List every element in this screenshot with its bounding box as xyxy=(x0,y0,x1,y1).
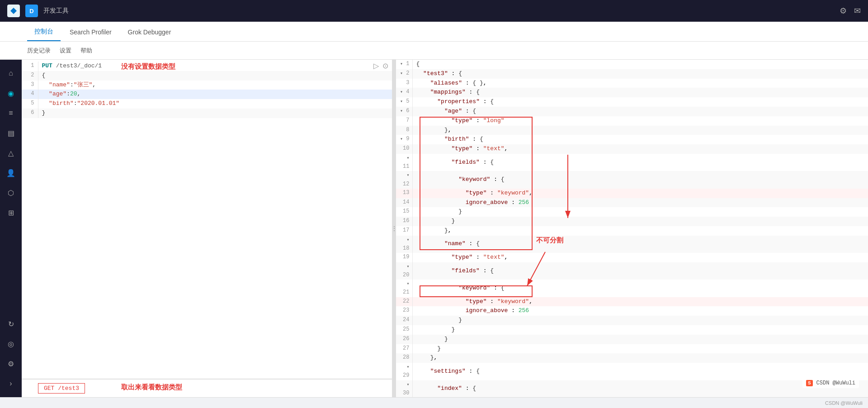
line-number: 6 xyxy=(22,109,38,118)
get-request-box[interactable]: GET /test3 xyxy=(38,383,85,394)
line-content[interactable]: { xyxy=(38,71,392,81)
json-content: "type" : "long" xyxy=(412,116,868,126)
tab-console[interactable]: 控制台 xyxy=(27,23,61,41)
copy-button[interactable]: ⊙ xyxy=(382,62,388,70)
json-line-2: ▾ 2 "test3" : { xyxy=(396,69,868,79)
line-num: 7 xyxy=(396,116,412,126)
line-num: 8 xyxy=(396,126,412,135)
json-content: "mappings" : { xyxy=(412,88,868,97)
sub-nav-help[interactable]: 帮助 xyxy=(80,47,92,55)
line-number: 2 xyxy=(22,71,38,81)
json-line-1: ▾ 1 { xyxy=(396,60,868,69)
sub-nav-settings[interactable]: 设置 xyxy=(60,47,71,55)
json-content: "aliases" : { }, xyxy=(412,79,868,88)
json-line-22: 22 "type" : "keyword", xyxy=(396,297,868,307)
get-request-line: GET /test3 xyxy=(22,383,392,394)
sidebar-icon-refresh[interactable]: ↻ xyxy=(3,316,19,332)
json-line-15: 15 } xyxy=(396,207,868,217)
line-num: 27 xyxy=(396,344,412,354)
json-line-4: ▾ 4 "mappings" : { xyxy=(396,88,868,97)
line-num: 17 xyxy=(396,226,412,236)
sidebar-icon-chart[interactable]: ≡ xyxy=(3,105,19,121)
line-num: 13 xyxy=(396,189,412,198)
nav-tabs: 控制台 Search Profiler Grok Debugger xyxy=(0,22,868,42)
sidebar-icon-wrench[interactable]: ⚙ xyxy=(3,356,19,372)
json-line-29: ▾ 29 "settings" : { xyxy=(396,363,868,380)
line-content[interactable]: "age":20, xyxy=(38,90,392,99)
json-line-13: 13 "type" : "keyword", xyxy=(396,189,868,198)
line-num: 28 xyxy=(396,353,412,363)
panel-resize-handle[interactable] xyxy=(392,60,396,397)
sidebar-icon-shield[interactable]: ⬡ xyxy=(3,185,19,201)
json-line-19: 19 "type" : "text", xyxy=(396,253,868,262)
json-line-8: 8 }, xyxy=(396,126,868,135)
line-num: ▾ 30 xyxy=(396,380,412,397)
sidebar-icon-search[interactable]: ◉ xyxy=(3,85,19,101)
line-num: 15 xyxy=(396,207,412,217)
json-content: ignore_above : 256 xyxy=(412,198,868,208)
json-content: "keyword" : { xyxy=(412,280,868,297)
json-line-26: 26 } xyxy=(396,335,868,344)
sidebar-icon-chevron[interactable]: › xyxy=(3,375,19,392)
tab-grok-debugger[interactable]: Grok Debugger xyxy=(121,24,179,41)
app-logo xyxy=(7,5,20,17)
sidebar-icon-globe[interactable]: ◎ xyxy=(3,336,19,352)
json-content: "type" : "text", xyxy=(412,253,868,262)
content-area: 1 PUT /test3/_doc/1 2 { 3 "name":"张三", xyxy=(22,60,868,397)
editor-toolbar: ▷ ⊙ xyxy=(373,62,388,70)
json-line-3: 3 "aliases" : { }, xyxy=(396,79,868,88)
json-line-20: ▾ 20 "fields" : { xyxy=(396,262,868,280)
settings-icon[interactable]: ⚙ xyxy=(840,6,847,16)
json-content: "keyword" : { xyxy=(412,171,868,188)
line-number: 4 xyxy=(22,90,38,99)
second-request-block: GET /test3 取出来看看数据类型 xyxy=(22,379,392,397)
json-content: }, xyxy=(412,226,868,236)
json-line-17: 17 }, xyxy=(396,226,868,236)
json-line-24: 24 } xyxy=(396,316,868,325)
json-line-10: 10 "type" : "text", xyxy=(396,144,868,154)
sidebar-icon-home[interactable]: ⌂ xyxy=(3,65,19,81)
line-content[interactable]: "birth":"2020.01.01" xyxy=(38,99,392,109)
json-content: "index" : { xyxy=(412,380,868,397)
json-output-panel[interactable]: ▾ 1 { ▾ 2 "test3" : { 3 "aliases" : { }, xyxy=(396,60,868,397)
run-button[interactable]: ▷ xyxy=(373,62,379,70)
left-panel: 1 PUT /test3/_doc/1 2 { 3 "name":"张三", xyxy=(22,60,392,397)
sidebar-icon-monitor[interactable]: ▤ xyxy=(3,125,19,141)
topbar-icons: ⚙ ✉ xyxy=(840,6,861,16)
sub-nav: 历史记录 设置 帮助 xyxy=(0,42,868,60)
line-num: 26 xyxy=(396,335,412,344)
line-num: ▾ 21 xyxy=(396,280,412,297)
code-editor[interactable]: 1 PUT /test3/_doc/1 2 { 3 "name":"张三", xyxy=(22,60,392,379)
line-content[interactable]: } xyxy=(38,109,392,118)
sub-nav-history[interactable]: 历史记录 xyxy=(27,47,51,55)
mail-icon[interactable]: ✉ xyxy=(854,6,861,16)
json-line-12: ▾ 12 "keyword" : { xyxy=(396,171,868,188)
editor-line-4: 4 "age":20, xyxy=(22,90,392,99)
tab-search-profiler[interactable]: Search Profiler xyxy=(62,24,119,41)
app-title: 开发工具 xyxy=(43,7,834,15)
line-num: 16 xyxy=(396,217,412,226)
json-output-table: ▾ 1 { ▾ 2 "test3" : { 3 "aliases" : { }, xyxy=(396,60,868,397)
user-avatar[interactable]: D xyxy=(25,5,38,17)
sidebar-icon-user[interactable]: 👤 xyxy=(3,165,19,181)
json-content: "type" : "keyword", xyxy=(412,189,868,198)
sidebar-icon-alert[interactable]: △ xyxy=(3,145,19,161)
line-num: ▾ 29 xyxy=(396,363,412,380)
json-content: "test3" : { xyxy=(412,69,868,79)
line-num: 25 xyxy=(396,325,412,335)
json-content: } xyxy=(412,217,868,226)
json-content: } xyxy=(412,316,868,325)
sidebar-icon-stack[interactable]: ⊞ xyxy=(3,204,19,221)
statusbar: CSDN @WuWuli xyxy=(0,397,868,408)
line-num: 19 xyxy=(396,253,412,262)
line-content[interactable]: "name":"张三", xyxy=(38,81,392,90)
json-content: } xyxy=(412,335,868,344)
json-line-11: ▾ 11 "fields" : { xyxy=(396,154,868,171)
json-line-23: 23 ignore_above : 256 xyxy=(396,306,868,316)
json-content: "properties" : { xyxy=(412,97,868,107)
line-content[interactable]: PUT /test3/_doc/1 xyxy=(38,62,392,71)
json-line-5: ▾ 5 "properties" : { xyxy=(396,97,868,107)
json-line-9: ▾ 9 "birth" : { xyxy=(396,135,868,144)
editor-line-6: 6 } xyxy=(22,109,392,118)
line-number: 1 xyxy=(22,62,38,71)
